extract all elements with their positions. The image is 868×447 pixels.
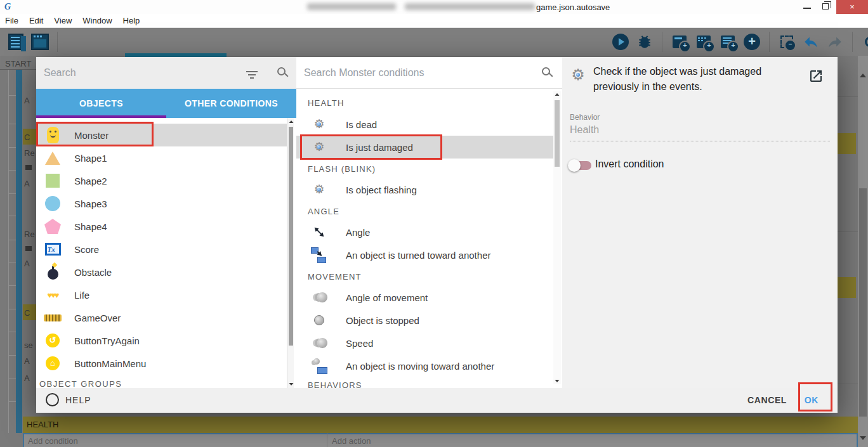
condition-row-turned-toward[interactable]: An object is turned toward another — [296, 243, 553, 266]
event-indent-bar — [16, 70, 22, 433]
condition-group-header: HEALTH — [308, 98, 345, 108]
delete-event-icon[interactable] — [777, 32, 796, 51]
restore-button[interactable] — [822, 3, 829, 10]
ok-button[interactable]: OK — [805, 395, 819, 405]
cancel-button[interactable]: CANCEL — [747, 395, 787, 405]
event-text-fragment: A — [24, 373, 30, 383]
scene-editor-icon[interactable] — [30, 32, 49, 51]
condition-group-header: FLASH (BLINK) — [308, 164, 376, 174]
objects-scrollbar-thumb[interactable] — [289, 127, 293, 346]
object-row-monster[interactable]: Monster — [36, 124, 287, 146]
object-row-gameover[interactable]: GameOver — [36, 306, 287, 329]
search-icon[interactable] — [277, 67, 286, 75]
event-add-row — [23, 433, 858, 447]
condition-group-header: BEHAVIORS — [308, 380, 362, 388]
condition-row-angle[interactable]: Angle — [296, 221, 553, 243]
events-scrollbar-thumb[interactable] — [859, 188, 867, 417]
conditions-search-input[interactable] — [304, 65, 494, 81]
event-text-fragment: C — [24, 308, 30, 318]
stopped-circle-icon — [309, 315, 329, 325]
object-row-life[interactable]: Life — [36, 283, 287, 306]
comment-event-row[interactable] — [23, 417, 858, 433]
add-event-type-icon[interactable]: + — [742, 32, 761, 51]
objects-search-bar — [36, 57, 296, 89]
moving-circles-icon — [309, 338, 329, 348]
add-event-icon[interactable] — [670, 32, 689, 51]
object-row-obstacle[interactable]: Obstacle — [36, 261, 287, 283]
object-row-buttonmainmenu[interactable]: ButtonMainMenu — [36, 352, 287, 375]
conditions-scrollbar-thumb[interactable] — [555, 100, 560, 167]
debugger-icon[interactable] — [635, 32, 654, 51]
menu-edit[interactable]: Edit — [29, 16, 43, 25]
banner-sprite-icon — [41, 314, 64, 321]
scroll-down-arrow-icon[interactable] — [860, 436, 866, 440]
minimize-button[interactable] — [803, 8, 811, 9]
close-button[interactable]: × — [836, 0, 868, 14]
object-row-shape1[interactable]: Shape1 — [36, 146, 287, 169]
tab-objects[interactable]: OBJECTS — [36, 89, 166, 118]
add-comment-icon[interactable] — [718, 32, 737, 51]
behavior-gear-icon — [309, 117, 329, 132]
behavior-gear-icon — [309, 182, 329, 197]
condition-row-speed[interactable]: Speed — [296, 332, 553, 354]
text-object-icon — [41, 243, 64, 256]
condition-row-moving-toward[interactable]: An object is moving toward another — [296, 354, 553, 377]
monster-sprite-icon — [41, 127, 64, 143]
scene-tab[interactable]: START — [5, 59, 31, 68]
add-subevent-icon[interactable] — [694, 32, 713, 51]
conditions-scrollbar[interactable] — [553, 91, 561, 384]
open-in-new-icon[interactable] — [808, 68, 824, 84]
object-row-buttontryagain[interactable]: ButtonTryAgain — [36, 329, 287, 352]
toolbar-separator — [57, 32, 58, 52]
menubar: File Edit View Window Help — [0, 14, 868, 28]
square-sprite-icon — [41, 174, 64, 188]
event-text-fragment: C — [24, 133, 30, 142]
moving-toward-icon — [309, 358, 329, 374]
object-row-shape2[interactable]: Shape2 — [36, 169, 287, 192]
menu-window[interactable]: Window — [82, 16, 112, 25]
bomb-sprite-icon — [41, 264, 64, 280]
turned-toward-icon — [309, 247, 329, 263]
events-sheet-icon[interactable] — [6, 32, 25, 51]
tab-other-conditions[interactable]: OTHER CONDITIONS — [166, 89, 296, 118]
scroll-up-arrow-icon[interactable] — [860, 74, 866, 77]
condition-row-is-dead[interactable]: Is dead — [296, 113, 553, 136]
titlebar: G game.json.autosave × — [0, 0, 868, 14]
invert-condition-label: Invert condition — [595, 159, 664, 170]
condition-group-header: ANGLE — [308, 207, 339, 216]
object-row-shape3[interactable]: Shape3 — [36, 192, 287, 215]
search-icon[interactable] — [542, 67, 550, 75]
menu-help[interactable]: Help — [123, 16, 140, 25]
undo-icon[interactable] — [801, 32, 820, 51]
event-text-fragment: A — [24, 96, 30, 105]
condition-description: Check if the object was just damaged pre… — [593, 64, 771, 94]
pentagon-sprite-icon — [41, 219, 64, 234]
condition-row-object-is-stopped[interactable]: Object is stopped — [296, 309, 553, 332]
help-button[interactable]: HELP — [46, 393, 91, 406]
menu-file[interactable]: File — [5, 16, 18, 25]
object-row-score[interactable]: Score — [36, 238, 287, 261]
invert-condition-toggle[interactable] — [570, 161, 591, 170]
object-row-shape4[interactable]: Shape4 — [36, 215, 287, 238]
behavior-field-value[interactable]: Health — [570, 124, 830, 141]
toggle-knob[interactable] — [568, 159, 581, 172]
conditions-list: HEALTH Is dead Is just damaged FLASH (BL… — [296, 89, 562, 388]
hearts-sprite-icon — [41, 290, 64, 300]
behavior-gear-icon — [309, 139, 329, 155]
redo-icon[interactable] — [825, 32, 845, 51]
add-action-link[interactable]: Add action — [332, 436, 371, 446]
filter-icon[interactable] — [246, 71, 258, 72]
redacted-path-blur — [405, 3, 535, 10]
objects-search-input[interactable] — [44, 65, 234, 81]
objects-scrollbar[interactable] — [287, 118, 294, 388]
condition-group-header: MOVEMENT — [308, 272, 362, 282]
object-groups-header: OBJECT GROUPS — [39, 379, 122, 388]
condition-row-angle-of-movement[interactable]: Angle of movement — [296, 286, 553, 309]
menu-view[interactable]: View — [54, 16, 72, 25]
search-events-icon[interactable] — [860, 32, 868, 51]
add-condition-link[interactable]: Add condition — [28, 436, 78, 446]
condition-row-is-just-damaged[interactable]: Is just damaged — [296, 136, 553, 159]
picker-tabs: OBJECTS OTHER CONDITIONS — [36, 89, 296, 118]
condition-row-is-object-flashing[interactable]: Is object flashing — [296, 178, 553, 201]
preview-play-icon[interactable] — [611, 32, 630, 51]
